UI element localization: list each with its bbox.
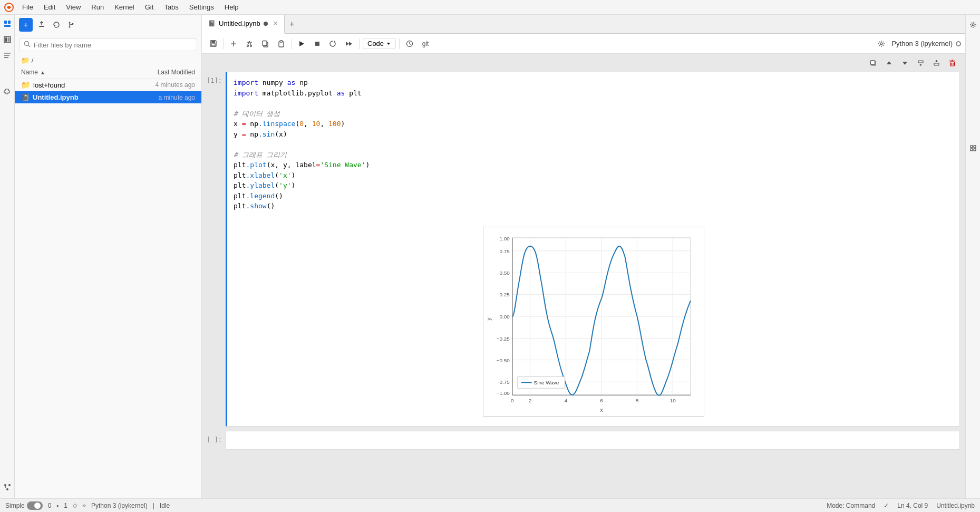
menu-tabs[interactable]: Tabs <box>160 2 182 12</box>
add-below-btn[interactable] <box>929 56 943 70</box>
tab-title: Untitled.ipynb <box>219 20 260 27</box>
svg-rect-95 <box>971 146 973 148</box>
svg-text:1.00: 1.00 <box>499 235 510 241</box>
search-input[interactable] <box>34 41 192 49</box>
copy-cell-btn[interactable] <box>866 56 880 70</box>
svg-point-11 <box>8 484 11 486</box>
svg-marker-39 <box>387 43 390 45</box>
property-icon-btn[interactable] <box>2 481 13 493</box>
status-icon-1: ▪ <box>56 503 59 509</box>
svg-rect-32 <box>263 41 267 45</box>
git-btn[interactable]: git <box>419 37 432 51</box>
search-box[interactable] <box>19 38 197 51</box>
menu-run[interactable]: Run <box>87 2 108 12</box>
check-icon: ✓ <box>884 502 889 509</box>
copy-btn[interactable] <box>258 37 272 51</box>
svg-rect-98 <box>974 149 976 151</box>
status-right: Mode: Command ✓ Ln 4, Col 9 Untitled.ipy… <box>827 502 975 509</box>
folder-icon: 📁 <box>21 56 30 64</box>
new-tab-button[interactable]: + <box>285 15 299 34</box>
status-icon-2: ◇ <box>73 502 77 509</box>
svg-text:−0.25: −0.25 <box>496 335 510 341</box>
cell-number-1: [1]: <box>206 77 222 84</box>
notebook-tab[interactable]: 📓 Untitled.ipynb ✕ <box>202 15 285 34</box>
cell-input-2[interactable] <box>226 431 959 442</box>
toolbar-sep-4 <box>399 38 400 49</box>
sine-wave-plot: 0.00 0.25 0.50 0.75 1.00 −0.25 −0.50 −0.… <box>483 227 704 417</box>
cell-content-2[interactable] <box>226 431 960 450</box>
new-button[interactable]: + <box>19 18 33 32</box>
menu-help[interactable]: Help <box>220 2 243 12</box>
menu-settings[interactable]: Settings <box>185 2 218 12</box>
folder-icon: 📁 <box>21 81 30 89</box>
code-cell-1: [1]: import numpy as np import matplotli… <box>202 72 965 427</box>
save-btn[interactable] <box>206 37 220 51</box>
svg-text:−0.50: −0.50 <box>496 357 510 363</box>
add-cell-btn[interactable] <box>227 37 240 51</box>
svg-marker-37 <box>346 42 349 46</box>
mode-label: Mode: Command <box>827 502 875 509</box>
svg-text:x: x <box>600 407 603 413</box>
check-button[interactable] <box>64 18 78 32</box>
cell-input-1[interactable]: import numpy as np import matplotlib.pyp… <box>227 72 959 217</box>
settings-btn[interactable] <box>875 37 888 51</box>
right-property-btn[interactable] <box>966 141 980 155</box>
svg-rect-14 <box>39 26 44 27</box>
tab-bar: 📓 Untitled.ipynb ✕ + <box>202 15 965 34</box>
paste-btn[interactable] <box>274 37 288 51</box>
svg-rect-97 <box>971 149 973 151</box>
file-name: lost+found <box>33 81 127 89</box>
svg-rect-48 <box>918 61 923 63</box>
svg-text:−1.00: −1.00 <box>496 390 510 396</box>
toggle-track <box>27 501 43 510</box>
run-btn[interactable] <box>295 37 308 51</box>
file-item-untitled[interactable]: 📓 Untitled.ipynb a minute ago <box>15 91 201 103</box>
delete-cell-btn[interactable] <box>945 56 959 70</box>
running-icon-btn[interactable] <box>2 34 13 45</box>
svg-rect-5 <box>5 37 7 42</box>
table-icon-btn[interactable] <box>2 50 13 61</box>
left-icon-bar <box>0 15 15 498</box>
svg-point-94 <box>972 24 974 26</box>
svg-text:0.00: 0.00 <box>499 314 510 320</box>
add-above-btn[interactable] <box>914 56 927 70</box>
menu-kernel[interactable]: Kernel <box>110 2 139 12</box>
file-item-lost-found[interactable]: 📁 lost+found 4 minutes ago <box>15 79 201 91</box>
menu-view[interactable]: View <box>62 2 85 12</box>
menu-edit[interactable]: Edit <box>40 2 60 12</box>
extensions-icon-btn[interactable] <box>2 86 13 98</box>
simple-toggle[interactable]: Simple <box>5 501 43 510</box>
svg-text:8: 8 <box>635 398 638 403</box>
upload-button[interactable] <box>35 18 48 32</box>
tab-dirty-dot <box>264 22 268 26</box>
cut-btn[interactable] <box>242 37 256 51</box>
col-modified-header[interactable]: Last Modified <box>127 69 195 76</box>
fast-forward-btn[interactable] <box>342 37 356 51</box>
move-down-btn[interactable] <box>898 56 911 70</box>
svg-point-10 <box>4 484 6 486</box>
tab-close-button[interactable]: ✕ <box>273 20 278 27</box>
clock-btn[interactable] <box>403 37 416 51</box>
col-name-header[interactable]: Name ▲ <box>21 69 127 76</box>
svg-text:0: 0 <box>511 398 514 403</box>
svg-marker-35 <box>299 41 304 46</box>
svg-text:−0.75: −0.75 <box>496 379 510 385</box>
cell-type-select[interactable]: Code <box>363 38 396 49</box>
svg-rect-2 <box>4 25 11 27</box>
refresh-button[interactable] <box>50 18 63 32</box>
restart-btn[interactable] <box>326 37 340 51</box>
menu-git[interactable]: Git <box>141 2 158 12</box>
move-up-btn[interactable] <box>882 56 896 70</box>
sort-asc-icon: ▲ <box>40 70 45 75</box>
svg-rect-7 <box>4 53 11 54</box>
svg-rect-3 <box>8 21 11 24</box>
menu-file[interactable]: File <box>18 2 37 12</box>
right-settings-btn[interactable] <box>966 18 980 32</box>
files-icon-btn[interactable] <box>2 18 13 30</box>
stop-btn[interactable] <box>311 37 324 51</box>
sidebar-toolbar: + <box>15 15 201 35</box>
svg-rect-34 <box>280 41 283 42</box>
cell-content-1[interactable]: import numpy as np import matplotlib.pyp… <box>226 72 960 427</box>
cell-count: 0 <box>48 502 52 509</box>
status-icon-3: ⟡ <box>82 502 86 509</box>
